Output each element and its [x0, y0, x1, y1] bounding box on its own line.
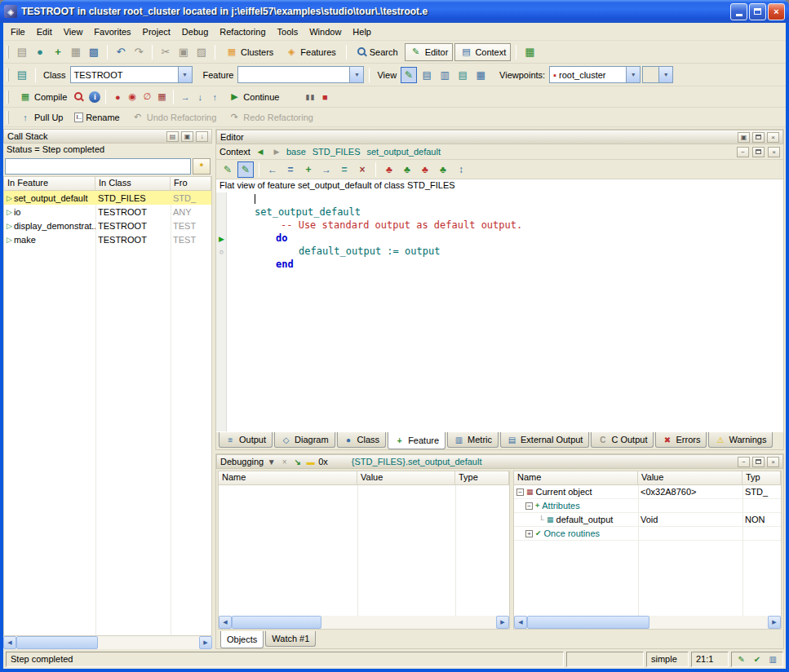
objects-body[interactable]: − ▦ Current object <0x32A8760> STD_ [514, 485, 781, 616]
view-interface-icon[interactable]: ▦ [472, 67, 489, 83]
watch-body[interactable] [219, 485, 509, 616]
view-clickable-icon[interactable]: ▤ [419, 67, 435, 83]
breadcrumb-cluster[interactable]: base [286, 147, 306, 157]
clusters-button[interactable]: ▦ Clusters [220, 43, 278, 61]
code-editor[interactable]: set_output_default -- Use standard outpu… [227, 192, 783, 431]
history-forward-icon[interactable]: ▶ [270, 146, 283, 158]
title-bar[interactable]: ◈ TESTROOT in cluster root_cluster locat… [0, 0, 789, 23]
scroll-right-icon[interactable]: ▶ [496, 616, 509, 629]
scroll-left-icon[interactable]: ◀ [219, 616, 232, 629]
menu-window[interactable]: Window [304, 25, 347, 38]
paste-icon[interactable]: ▨ [193, 44, 210, 60]
menu-help[interactable]: Help [347, 25, 377, 38]
assignees-icon[interactable]: = [336, 161, 352, 178]
open-file-icon[interactable]: ● [32, 44, 48, 60]
evaluate-button[interactable]: * [193, 158, 211, 175]
debug-close-button[interactable]: × [767, 457, 779, 467]
watch-hscrollbar[interactable]: ◀ ▶ [219, 616, 509, 629]
tab-external-output[interactable]: ▤External Output [500, 432, 589, 448]
editor-close-button[interactable]: × [767, 132, 779, 143]
menu-favorites[interactable]: Favorites [88, 25, 136, 38]
add-class-icon[interactable]: + [50, 44, 66, 60]
restore-button[interactable] [749, 3, 766, 20]
breakpoint-slot-icon[interactable]: ○ [216, 248, 227, 256]
debug-close-tool-icon[interactable]: × [279, 457, 290, 467]
float-panel-button[interactable]: ▣ [181, 131, 193, 142]
debug-menu-arrow-icon[interactable]: ▼ [266, 457, 277, 467]
dock-panel-button[interactable]: ↓ [196, 131, 208, 142]
tree-row-current-object[interactable]: − ▦ Current object <0x32A8760> STD_ [514, 485, 781, 499]
step-out-icon[interactable]: ↑ [208, 91, 221, 104]
assigners-icon[interactable]: = [282, 161, 299, 178]
class-combo-arrow-icon[interactable]: ▼ [178, 67, 192, 82]
context-maximize-button[interactable] [752, 147, 765, 157]
save-all-icon[interactable]: ▩ [86, 44, 102, 60]
pause-icon[interactable]: ▮▮ [304, 91, 317, 104]
call-stack-body[interactable]: ▷set_output_default STD_FILES STD_ ▷io T… [4, 191, 211, 635]
stack-frame-row[interactable]: ▷display_demonstrat... TESTROOT TEST [4, 219, 211, 232]
expression-input[interactable] [5, 158, 191, 175]
menu-file[interactable]: File [5, 25, 31, 38]
callees-icon[interactable]: → [318, 161, 335, 178]
ignore-breakpoints-icon[interactable]: ∅ [140, 91, 153, 104]
watch-col-type[interactable]: Type [455, 471, 509, 484]
exception-handling-icon[interactable]: ↘ [292, 457, 303, 467]
edit-class-icon[interactable]: ✎ [237, 161, 254, 178]
tab-errors[interactable]: ✖Errors [655, 432, 707, 448]
tab-warnings[interactable]: ⚠Warnings [708, 432, 773, 448]
editor-toggle-button[interactable]: ✎ Editor [405, 43, 454, 61]
col-in-feature[interactable]: In Feature [4, 177, 95, 190]
context-close-button[interactable]: × [768, 147, 780, 157]
scrollbar-thumb[interactable] [527, 616, 649, 629]
tree-row-once-routines[interactable]: + ✔ Once routines [514, 527, 781, 541]
minimize-button[interactable] [730, 3, 747, 20]
context-toggle-button[interactable]: ▤ Context [454, 43, 511, 61]
edit-feature-icon[interactable]: ✎ [219, 161, 236, 178]
edit-breakpoints-icon[interactable]: ▦ [155, 91, 168, 104]
hex-format-icon[interactable]: ▬ [305, 457, 316, 467]
col-from[interactable]: Fro [171, 177, 211, 190]
tab-metric[interactable]: ▥Metric [447, 432, 499, 448]
scroll-right-icon[interactable]: ▶ [199, 636, 212, 649]
tree-row-default-output[interactable]: └ ▦ default_output Void NON [514, 513, 781, 527]
scroll-right-icon[interactable]: ▶ [768, 616, 781, 629]
stop-icon[interactable]: ■ [318, 91, 331, 104]
undo-icon[interactable]: ↶ [113, 44, 129, 60]
creators-icon[interactable]: + [300, 161, 317, 178]
menu-view[interactable]: View [58, 25, 89, 38]
rename-button[interactable]: I.. Rename [69, 108, 124, 126]
heirs-icon[interactable]: ♣ [435, 161, 451, 178]
menu-project[interactable]: Project [137, 25, 176, 38]
objects-col-name[interactable]: Name [514, 471, 638, 484]
step-over-icon[interactable]: → [179, 91, 192, 104]
tree-row-attributes[interactable]: − + Attributes [514, 499, 781, 513]
editor-maximize-button[interactable] [752, 132, 765, 143]
collapse-icon[interactable]: − [516, 489, 524, 496]
breadcrumb-feature[interactable]: set_output_default [366, 147, 441, 157]
cut-icon[interactable]: ✂ [157, 44, 174, 60]
menu-debug[interactable]: Debug [176, 25, 214, 38]
search-button[interactable]: Search [352, 43, 403, 61]
scroll-left-icon[interactable]: ◀ [3, 636, 16, 649]
ancestors-icon[interactable]: ♣ [381, 161, 397, 178]
breakpoint-gutter[interactable]: ▶ ○ [216, 192, 227, 431]
step-into-icon[interactable]: ↓ [193, 91, 206, 104]
viewpoints-combo-arrow-icon[interactable]: ▼ [626, 67, 640, 82]
view-basic-icon[interactable]: ✎ [401, 67, 417, 83]
context-minimize-button[interactable]: − [737, 147, 749, 157]
scroll-left-icon[interactable]: ◀ [514, 616, 527, 629]
scrollbar-track[interactable] [527, 616, 768, 629]
scrollbar-thumb[interactable] [232, 616, 321, 629]
menu-tools[interactable]: Tools [272, 25, 304, 38]
debug-run-options-icon[interactable]: ◉ [126, 91, 139, 104]
objects-hscrollbar[interactable]: ◀ ▶ [514, 616, 781, 629]
callers-icon[interactable]: ← [264, 161, 281, 178]
view-contract-icon[interactable]: ▤ [454, 67, 471, 83]
tab-c-output[interactable]: CC Output [591, 432, 654, 448]
tab-watch-1[interactable]: Watch #1 [265, 631, 316, 647]
copy-icon[interactable]: ▣ [175, 44, 192, 60]
save-layout-button[interactable]: ▤ [166, 131, 179, 142]
tab-objects[interactable]: Objects [220, 631, 264, 648]
close-button[interactable]: × [768, 3, 785, 20]
debug-run-icon[interactable]: ● [111, 91, 124, 104]
